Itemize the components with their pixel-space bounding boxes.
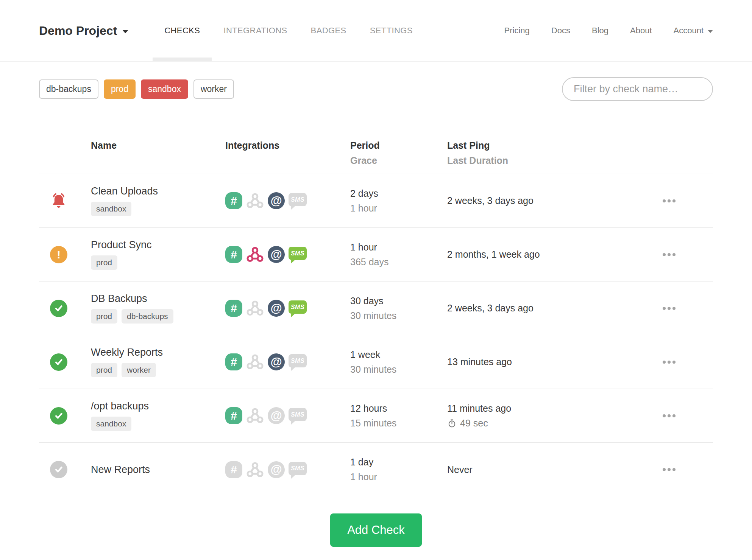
slack-icon[interactable]: # — [225, 246, 242, 263]
checks-table: Name Integrations Period Grace Last Ping… — [39, 140, 713, 496]
period-value: 1 week — [350, 349, 447, 360]
header-integrations: Integrations — [225, 140, 350, 151]
last-ping: 2 weeks, 3 days ago — [447, 195, 644, 206]
link-about[interactable]: About — [630, 26, 652, 36]
row-menu-button[interactable] — [661, 196, 677, 206]
last-ping: 2 weeks, 3 days ago — [447, 303, 644, 314]
slack-icon[interactable]: # — [225, 407, 242, 424]
sms-icon[interactable]: SMS — [289, 462, 307, 475]
tag-filter-worker[interactable]: worker — [193, 79, 234, 99]
webhook-icon[interactable] — [246, 461, 264, 479]
sms-icon[interactable]: SMS — [289, 300, 307, 314]
period-value: 30 days — [350, 296, 447, 306]
filter-toolbar: db-backups prod sandbox worker — [39, 77, 713, 101]
check-name[interactable]: DB Backups — [91, 293, 225, 305]
grace-value: 1 hour — [350, 471, 447, 482]
integrations-cell: # @ SMS — [225, 461, 350, 479]
nav-links: Pricing Docs Blog About Account — [504, 0, 713, 61]
check-tag: db-backups — [122, 309, 173, 324]
period-cell[interactable]: 1 hour 365 days — [350, 242, 447, 268]
integrations-cell: # @ SMS — [225, 299, 350, 317]
row-menu-button[interactable] — [661, 464, 677, 475]
check-name[interactable]: New Reports — [91, 464, 225, 476]
check-row: ! Weekly Reports prod worker # @ SMS 1 w… — [39, 335, 713, 389]
tag-filter-db-backups[interactable]: db-backups — [39, 79, 98, 99]
email-icon[interactable]: @ — [268, 192, 285, 209]
project-switcher[interactable]: Demo Project — [39, 0, 128, 61]
tag-filter-sandbox[interactable]: sandbox — [141, 79, 188, 99]
status-icon: ! — [50, 246, 68, 263]
slack-icon[interactable]: # — [225, 300, 242, 317]
nav-tabs: CHECKS INTEGRATIONS BADGES SETTINGS — [153, 0, 424, 61]
email-icon[interactable]: @ — [268, 353, 285, 370]
webhook-icon[interactable] — [246, 299, 264, 317]
slack-icon[interactable]: # — [225, 461, 242, 478]
add-check-button[interactable]: Add Check — [330, 513, 422, 547]
sms-icon[interactable]: SMS — [289, 193, 307, 206]
webhook-icon[interactable] — [246, 192, 264, 210]
sms-icon[interactable]: SMS — [289, 408, 307, 421]
header-grace: Grace — [350, 155, 447, 166]
email-icon[interactable]: @ — [268, 300, 285, 317]
tab-checks[interactable]: CHECKS — [153, 0, 212, 61]
check-tag: prod — [91, 309, 117, 324]
link-blog[interactable]: Blog — [592, 26, 608, 36]
link-docs[interactable]: Docs — [551, 26, 570, 36]
grace-value: 15 minutes — [350, 418, 447, 429]
row-menu-button[interactable] — [661, 303, 677, 314]
period-cell[interactable]: 12 hours 15 minutes — [350, 403, 447, 429]
check-tag: prod — [91, 255, 117, 270]
status-icon: ! — [50, 300, 68, 317]
status-icon: ! — [50, 192, 68, 210]
grace-value: 365 days — [350, 257, 447, 268]
last-duration: 49 sec — [447, 418, 644, 429]
sms-icon[interactable]: SMS — [289, 354, 307, 367]
webhook-icon[interactable] — [246, 246, 264, 263]
table-header: Name Integrations Period Grace Last Ping… — [39, 140, 713, 174]
navbar: Demo Project CHECKS INTEGRATIONS BADGES … — [0, 0, 752, 62]
email-icon[interactable]: @ — [268, 407, 285, 424]
check-tag: sandbox — [91, 202, 131, 216]
account-menu[interactable]: Account — [674, 26, 713, 36]
project-name: Demo Project — [39, 24, 117, 38]
check-row: ! New Reports # @ SMS 1 day 1 hour Never — [39, 443, 713, 496]
check-name[interactable]: Clean Uploads — [91, 185, 225, 197]
row-menu-button[interactable] — [661, 249, 677, 260]
period-cell[interactable]: 1 week 30 minutes — [350, 349, 447, 375]
header-period: Period — [350, 140, 447, 151]
slack-icon[interactable]: # — [225, 353, 242, 370]
tag-filter-prod[interactable]: prod — [104, 79, 136, 99]
checks-page: Demo Project CHECKS INTEGRATIONS BADGES … — [0, 0, 752, 560]
period-cell[interactable]: 1 day 1 hour — [350, 457, 447, 482]
check-name[interactable]: Weekly Reports — [91, 347, 225, 358]
chevron-down-icon — [122, 30, 128, 33]
account-label: Account — [674, 26, 704, 36]
period-value: 1 day — [350, 457, 447, 468]
tab-settings[interactable]: SETTINGS — [358, 0, 424, 61]
integrations-cell: # @ SMS — [225, 407, 350, 425]
check-row: ! Clean Uploads sandbox # @ SMS 2 days 1… — [39, 174, 713, 228]
grace-value: 1 hour — [350, 203, 447, 214]
integrations-cell: # @ SMS — [225, 192, 350, 210]
link-pricing[interactable]: Pricing — [504, 26, 530, 36]
check-row: ! DB Backups prod db-backups # @ SMS 30 … — [39, 282, 713, 335]
check-tag: sandbox — [91, 417, 131, 431]
email-icon[interactable]: @ — [268, 461, 285, 478]
webhook-icon[interactable] — [246, 407, 264, 425]
period-cell[interactable]: 2 days 1 hour — [350, 188, 447, 214]
row-menu-button[interactable] — [661, 357, 677, 367]
check-name[interactable]: Product Sync — [91, 239, 225, 251]
period-cell[interactable]: 30 days 30 minutes — [350, 296, 447, 321]
sms-icon[interactable]: SMS — [289, 247, 307, 260]
slack-icon[interactable]: # — [225, 192, 242, 209]
webhook-icon[interactable] — [246, 353, 264, 371]
tab-integrations[interactable]: INTEGRATIONS — [212, 0, 299, 61]
period-value: 2 days — [350, 188, 447, 199]
period-value: 1 hour — [350, 242, 447, 253]
check-name[interactable]: /opt backups — [91, 400, 225, 412]
email-icon[interactable]: @ — [268, 246, 285, 263]
check-name-filter-input[interactable] — [562, 77, 713, 101]
row-menu-button[interactable] — [661, 411, 677, 421]
stopwatch-icon — [447, 418, 457, 428]
tab-badges[interactable]: BADGES — [299, 0, 358, 61]
